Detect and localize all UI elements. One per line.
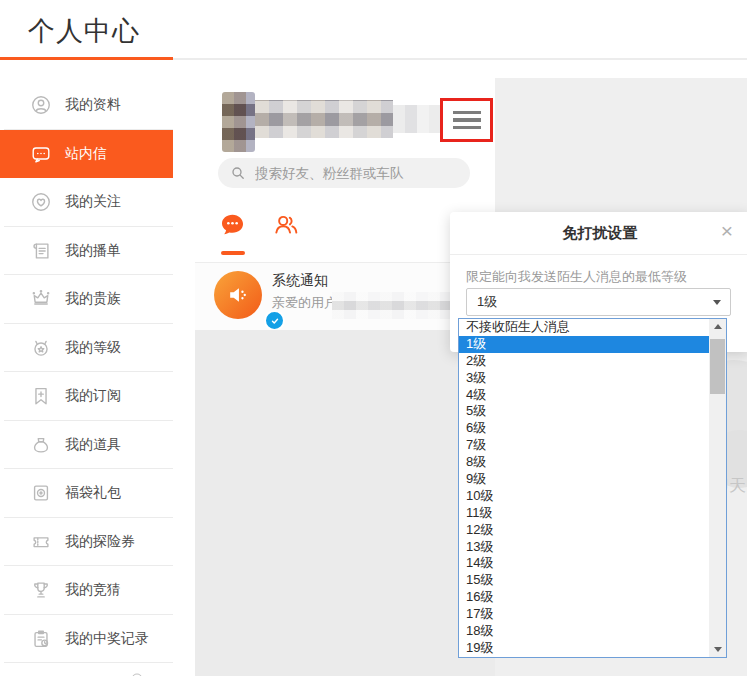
min-level-select[interactable]: 1级 <box>466 288 731 316</box>
blurred-user-name-tail <box>393 105 443 133</box>
hamburger-bar <box>453 126 481 129</box>
select-value: 1级 <box>477 289 497 315</box>
search-box[interactable] <box>218 158 470 188</box>
scroll-down-icon[interactable] <box>714 647 722 652</box>
speaker-icon <box>224 281 252 309</box>
hamburger-bar <box>453 118 481 121</box>
scroll-up-icon[interactable] <box>714 324 722 329</box>
partial-next-item-icon <box>128 671 146 676</box>
message-bubble-icon <box>220 212 245 237</box>
sidebar-item-subscribe[interactable]: 我的订阅 <box>0 372 173 421</box>
sidebar-item-label: 福袋礼包 <box>65 484 121 502</box>
playlist-icon <box>30 240 52 262</box>
sidebar-item-label: 我的关注 <box>65 193 121 211</box>
page-title: 个人中心 <box>28 13 140 49</box>
blurred-user-name <box>255 100 393 138</box>
scrollbar-thumb[interactable] <box>710 339 725 394</box>
trophy-icon <box>30 579 52 601</box>
dropdown-option[interactable]: 10级 <box>459 488 709 505</box>
sidebar-item-label: 我的贵族 <box>65 290 121 308</box>
crown-icon <box>30 288 52 310</box>
dropdown-option[interactable]: 12级 <box>459 522 709 539</box>
dropdown-option[interactable]: 18级 <box>459 623 709 640</box>
conversation-title: 系统通知 <box>272 272 328 290</box>
sidebar-item-gift[interactable]: 福袋礼包 <box>0 469 173 518</box>
dropdown-option[interactable]: 15级 <box>459 572 709 589</box>
dropdown-option[interactable]: 14级 <box>459 555 709 572</box>
hamburger-menu-button[interactable] <box>440 98 493 142</box>
sidebar-item-label: 站内信 <box>65 145 107 163</box>
dropdown-option[interactable]: 19级 <box>459 640 709 657</box>
chevron-down-icon <box>713 300 721 305</box>
medal-icon <box>30 337 52 359</box>
subscribe-icon <box>30 385 52 407</box>
heart-icon <box>30 191 52 213</box>
sidebar-item-label: 我的竞猜 <box>65 581 121 599</box>
sidebar-item-medal[interactable]: 我的等级 <box>0 324 173 373</box>
sidebar-item-user[interactable]: 我的资料 <box>0 81 173 130</box>
sidebar-item-ticket[interactable]: 我的探险券 <box>0 518 173 567</box>
chat-icon <box>30 143 52 165</box>
conversation-list-empty-area <box>195 330 495 676</box>
hamburger-bar <box>453 111 481 114</box>
tab-messages[interactable] <box>220 212 245 237</box>
sidebar-item-label: 我的等级 <box>65 339 121 357</box>
sidebar-item-trophy[interactable]: 我的竞猜 <box>0 566 173 615</box>
modal-title: 免打扰设置 <box>450 212 747 254</box>
dropdown-option[interactable]: 2级 <box>459 353 709 370</box>
dropdown-option[interactable]: 1级 <box>459 336 709 353</box>
search-icon <box>230 165 246 181</box>
dropdown-option[interactable]: 13级 <box>459 539 709 556</box>
conversation-preview: 亲爱的用户: <box>272 294 341 312</box>
sidebar: 我的资料站内信我的关注我的播单我的贵族我的等级我的订阅我的道具福袋礼包我的探险券… <box>0 60 173 676</box>
verified-badge-icon <box>264 310 285 331</box>
dropdown-option[interactable]: 8级 <box>459 454 709 471</box>
search-input[interactable] <box>253 165 457 182</box>
sidebar-item-prop-bag[interactable]: 我的道具 <box>0 421 173 470</box>
dropdown-scrollbar[interactable] <box>709 319 726 657</box>
active-tab-underline <box>221 251 245 255</box>
sidebar-item-label: 我的道具 <box>65 436 121 454</box>
close-icon[interactable]: × <box>714 218 740 244</box>
level-dropdown: 不接收陌生人消息1级2级3级4级5级6级7级8级9级10级11级12级13级14… <box>458 318 727 658</box>
dropdown-option[interactable]: 17级 <box>459 606 709 623</box>
modal-header-divider <box>450 254 747 255</box>
dropdown-option[interactable]: 7级 <box>459 437 709 454</box>
dropdown-option[interactable]: 4级 <box>459 387 709 404</box>
dropdown-option[interactable]: 16级 <box>459 589 709 606</box>
sidebar-item-label: 我的中奖记录 <box>65 630 149 648</box>
dropdown-option[interactable]: 6级 <box>459 420 709 437</box>
messages-panel: 系统通知 亲爱的用户: <box>195 84 495 676</box>
blurred-user-avatar <box>222 92 255 152</box>
user-icon <box>30 94 52 116</box>
dropdown-option[interactable]: 9级 <box>459 471 709 488</box>
dropdown-option[interactable]: 11级 <box>459 505 709 522</box>
system-notice-avatar <box>214 271 262 319</box>
prop-bag-icon <box>30 434 52 456</box>
dropdown-option[interactable]: 5级 <box>459 403 709 420</box>
gift-icon <box>30 482 52 504</box>
min-level-field-label: 限定能向我发送陌生人消息的最低等级 <box>466 268 687 286</box>
header-divider <box>173 58 747 60</box>
sidebar-item-heart[interactable]: 我的关注 <box>0 178 173 227</box>
sidebar-item-label: 我的订阅 <box>65 387 121 405</box>
sidebar-item-label: 我的播单 <box>65 242 121 260</box>
dropdown-option[interactable]: 3级 <box>459 370 709 387</box>
dropdown-option[interactable]: 不接收陌生人消息 <box>459 319 709 336</box>
ticket-icon <box>30 531 52 553</box>
sidebar-item-record[interactable]: 我的中奖记录 <box>0 615 173 664</box>
sidebar-item-crown[interactable]: 我的贵族 <box>0 275 173 324</box>
personal-center-page: 个人中心 我的资料站内信我的关注我的播单我的贵族我的等级我的订阅我的道具福袋礼包… <box>0 0 747 676</box>
tab-contacts[interactable] <box>272 211 300 238</box>
sidebar-item-label: 我的探险券 <box>65 533 135 551</box>
sidebar-item-playlist[interactable]: 我的播单 <box>0 227 173 276</box>
sidebar-item-chat[interactable]: 站内信 <box>0 130 173 179</box>
contacts-icon <box>272 211 300 238</box>
record-icon <box>30 628 52 650</box>
level-dropdown-list: 不接收陌生人消息1级2级3级4级5级6级7级8级9级10级11级12级13级14… <box>459 319 709 657</box>
sidebar-item-label: 我的资料 <box>65 96 121 114</box>
